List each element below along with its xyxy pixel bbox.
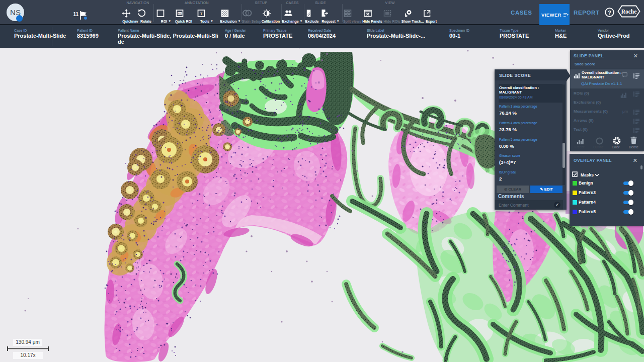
- svg-text:Roche: Roche: [621, 9, 637, 15]
- svg-text:ROI: ROI: [178, 13, 181, 15]
- svg-text:T: T: [200, 12, 203, 16]
- svg-text:?: ?: [608, 10, 611, 16]
